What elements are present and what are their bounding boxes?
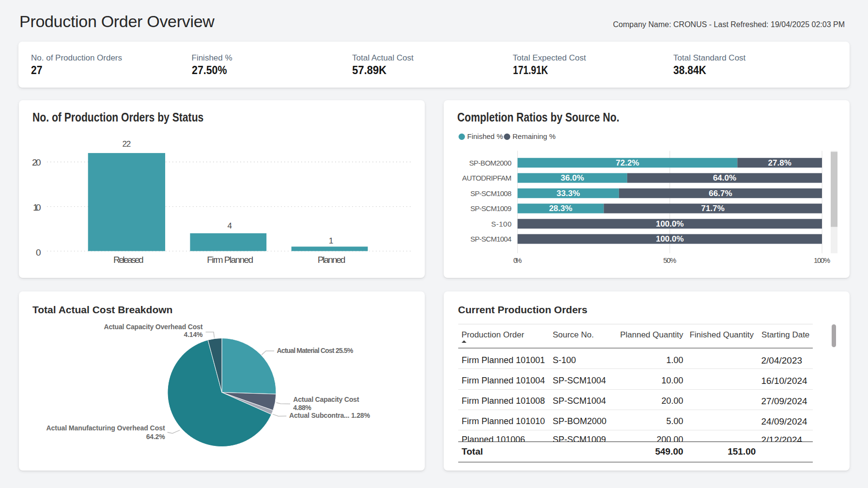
svg-text:Actual Manufacturing Overhead: Actual Manufacturing Overhead Cost xyxy=(46,424,165,432)
svg-text:100%: 100% xyxy=(814,256,830,264)
svg-text:10: 10 xyxy=(33,202,41,213)
svg-text:28.3%: 28.3% xyxy=(549,204,572,213)
svg-text:27.8%: 27.8% xyxy=(768,158,791,168)
svg-text:Remaining %: Remaining % xyxy=(512,132,556,140)
svg-text:Actual Material Cost 25.5%: Actual Material Cost 25.5% xyxy=(277,347,353,354)
svg-text:4.14%: 4.14% xyxy=(184,331,203,338)
svg-text:SP-SCM1009: SP-SCM1009 xyxy=(470,204,512,213)
svg-text:71.7%: 71.7% xyxy=(701,204,725,213)
svg-text:Actual Capacity Cost: Actual Capacity Cost xyxy=(293,396,359,403)
svg-text:33.3%: 33.3% xyxy=(557,189,580,198)
svg-text:Actual Subcontra... 1.28%: Actual Subcontra... 1.28% xyxy=(289,412,370,419)
svg-text:72.2%: 72.2% xyxy=(616,158,639,168)
svg-text:64.2%: 64.2% xyxy=(146,433,165,441)
svg-text:S-100: S-100 xyxy=(491,220,512,228)
svg-text:36.0%: 36.0% xyxy=(561,173,584,183)
svg-text:20: 20 xyxy=(32,157,41,168)
svg-text:1: 1 xyxy=(329,236,333,245)
svg-text:SP-SCM1004: SP-SCM1004 xyxy=(470,235,512,243)
svg-text:4.88%: 4.88% xyxy=(293,404,311,412)
svg-text:SP-SCM1008: SP-SCM1008 xyxy=(470,189,512,198)
svg-text:Planned: Planned xyxy=(318,255,346,265)
svg-text:0%: 0% xyxy=(513,256,522,264)
svg-text:100.0%: 100.0% xyxy=(656,234,684,244)
svg-text:22: 22 xyxy=(122,139,131,149)
svg-text:66.7%: 66.7% xyxy=(709,189,732,198)
svg-text:Finished %: Finished % xyxy=(467,132,503,140)
svg-text:AUTODRIPFAM: AUTODRIPFAM xyxy=(462,174,512,182)
svg-text:64.0%: 64.0% xyxy=(713,173,736,183)
svg-text:4: 4 xyxy=(227,221,232,230)
svg-text:Actual Capacity Overhead Cost: Actual Capacity Overhead Cost xyxy=(104,323,203,331)
svg-text:100.0%: 100.0% xyxy=(656,219,684,229)
svg-text:0: 0 xyxy=(36,247,41,258)
svg-text:SP-BOM2000: SP-BOM2000 xyxy=(469,159,512,167)
svg-text:50%: 50% xyxy=(663,256,676,264)
svg-text:Firm Planned: Firm Planned xyxy=(207,255,253,265)
svg-text:Released: Released xyxy=(113,255,143,265)
